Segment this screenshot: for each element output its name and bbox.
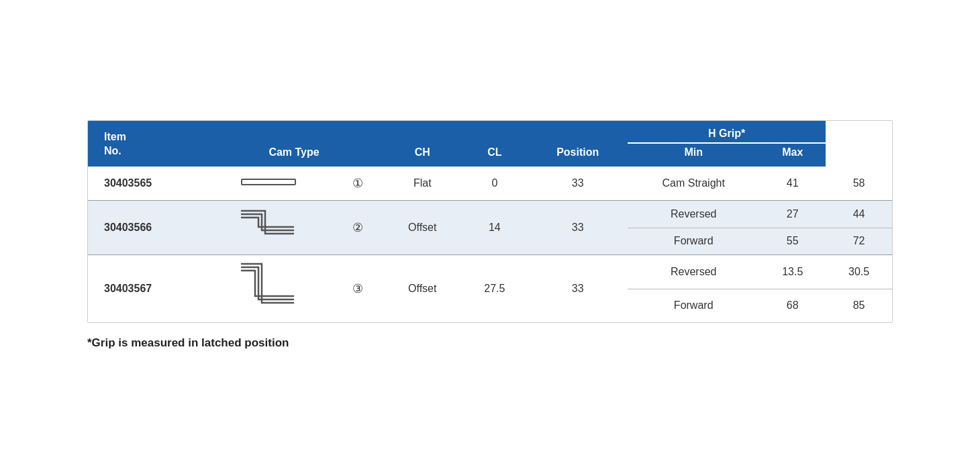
- col-min: Min: [628, 143, 759, 167]
- col-max: Max: [759, 143, 826, 167]
- table-container: Item No. Cam Type CH CL Position: [87, 120, 893, 323]
- item-no-cell: 30403566: [88, 201, 205, 255]
- ch-cell: 14: [461, 201, 528, 255]
- cl-cell: 33: [528, 255, 628, 323]
- col-hgrip: H Grip*: [628, 121, 826, 143]
- cam-type-label: Cam Type: [268, 146, 319, 158]
- col-cam-type: Cam Type: [205, 121, 383, 167]
- position-cell: Forward: [628, 228, 759, 255]
- cam-number-cell: ③: [333, 255, 383, 323]
- max-cell: 85: [826, 289, 892, 322]
- col-position: Position: [528, 121, 628, 167]
- min-cell: 41: [759, 167, 826, 201]
- min-cell: 13.5: [759, 255, 826, 289]
- cam-label-cell: Flat: [383, 167, 461, 201]
- cam-shape-cell: [205, 167, 333, 201]
- cam-shape-cell: [205, 255, 333, 323]
- cam-number-cell: ①: [333, 167, 383, 201]
- item-no-label: Item No.: [104, 131, 126, 156]
- table-row: 30403567 ③Offset27.533Reversed13.530.5: [88, 255, 892, 289]
- col-item-no: Item No.: [88, 121, 205, 167]
- ch-cell: 0: [461, 167, 528, 201]
- cam-label-cell: Offset: [383, 255, 461, 323]
- item-no-cell: 30403565: [88, 167, 205, 201]
- cl-label: CL: [487, 146, 501, 158]
- cam-label-cell: Offset: [383, 201, 461, 255]
- position-cell: Forward: [628, 289, 759, 322]
- ch-label: CH: [415, 146, 430, 158]
- position-cell: Reversed: [628, 255, 759, 289]
- max-cell: 58: [826, 167, 892, 201]
- min-cell: 68: [759, 289, 826, 322]
- page-wrapper: Item No. Cam Type CH CL Position: [87, 120, 893, 350]
- ch-cell: 27.5: [461, 255, 528, 323]
- table-body: 30403565 ①Flat033Cam Straight41583040356…: [88, 167, 892, 322]
- cl-cell: 33: [528, 201, 628, 255]
- footnote: *Grip is measured in latched position: [87, 336, 893, 350]
- cl-cell: 33: [528, 167, 628, 201]
- header-row: Item No. Cam Type CH CL Position: [88, 121, 892, 143]
- main-table: Item No. Cam Type CH CL Position: [88, 121, 892, 322]
- table-row: 30403566 ②Offset1433Reversed2744: [88, 201, 892, 228]
- cam-number-cell: ②: [333, 201, 383, 255]
- cam-shape-cell: [205, 201, 333, 255]
- col-cl: CL: [461, 121, 528, 167]
- min-cell: 55: [759, 228, 826, 255]
- table-row: 30403565 ①Flat033Cam Straight4158: [88, 167, 892, 201]
- min-cell: 27: [759, 201, 826, 228]
- max-label: Max: [782, 146, 803, 158]
- max-cell: 30.5: [826, 255, 892, 289]
- position-label: Position: [556, 146, 599, 158]
- col-ch: CH: [383, 121, 461, 167]
- item-no-cell: 30403567: [88, 255, 205, 323]
- position-cell: Cam Straight: [628, 167, 759, 201]
- hgrip-label: H Grip*: [708, 128, 745, 139]
- max-cell: 44: [826, 201, 892, 228]
- svg-rect-0: [242, 179, 295, 185]
- max-cell: 72: [826, 228, 892, 255]
- position-cell: Reversed: [628, 201, 759, 228]
- min-label: Min: [684, 146, 703, 158]
